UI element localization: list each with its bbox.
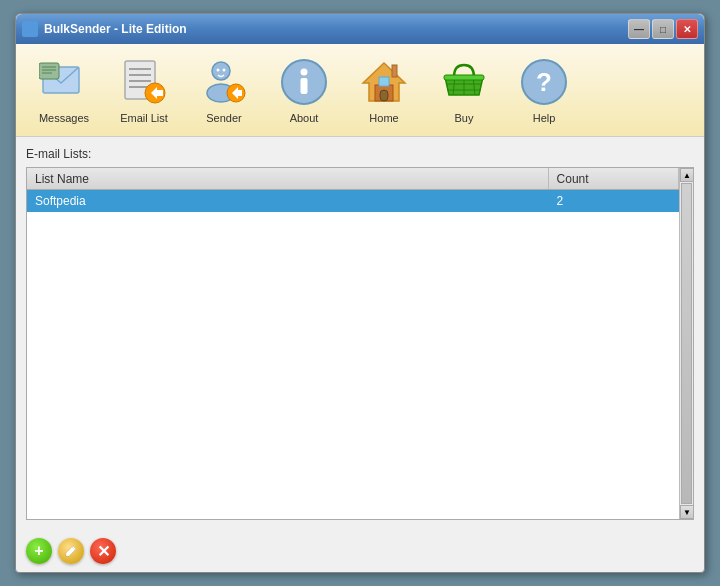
- about-icon: [278, 56, 330, 108]
- list-header: List Name Count: [27, 168, 679, 190]
- home-icon: [358, 56, 410, 108]
- email-lists-container: List Name Count Softpedia 2 ▲ ▼: [26, 167, 694, 520]
- svg-point-12: [212, 62, 230, 80]
- svg-rect-25: [380, 90, 388, 101]
- column-header-count: Count: [549, 168, 679, 189]
- list-inner: List Name Count Softpedia 2: [27, 168, 679, 212]
- title-controls: — □ ✕: [628, 19, 698, 39]
- sender-label: Sender: [206, 112, 241, 124]
- messages-icon: [38, 56, 90, 108]
- edit-icon: [64, 544, 78, 558]
- scrollbar-down[interactable]: ▼: [680, 505, 694, 519]
- title-bar-left: BulkSender - Lite Edition: [22, 21, 187, 37]
- add-button[interactable]: +: [26, 538, 52, 564]
- column-header-name: List Name: [27, 168, 549, 189]
- emaillist-label: Email List: [120, 112, 168, 124]
- scrollbar-up[interactable]: ▲: [680, 168, 694, 182]
- toolbar-messages[interactable]: Messages: [26, 52, 102, 128]
- buy-icon: [438, 56, 490, 108]
- cell-count: 2: [549, 190, 679, 212]
- bottom-toolbar: + ✕: [16, 530, 704, 572]
- edit-button[interactable]: [58, 538, 84, 564]
- home-label: Home: [369, 112, 398, 124]
- emaillist-icon: [118, 56, 170, 108]
- toolbar-buy[interactable]: Buy: [426, 52, 502, 128]
- about-label: About: [290, 112, 319, 124]
- main-window: BulkSender - Lite Edition — □ ✕: [15, 13, 705, 573]
- buy-label: Buy: [455, 112, 474, 124]
- messages-label: Messages: [39, 112, 89, 124]
- close-button[interactable]: ✕: [676, 19, 698, 39]
- svg-rect-24: [392, 65, 397, 77]
- toolbar-home[interactable]: Home: [346, 52, 422, 128]
- svg-text:?: ?: [536, 67, 552, 97]
- app-icon: [22, 21, 38, 37]
- toolbar-sender[interactable]: Sender: [186, 52, 262, 128]
- toolbar-about[interactable]: About: [266, 52, 342, 128]
- content-area: E-mail Lists: List Name Count Softpedia …: [16, 137, 704, 530]
- svg-rect-31: [444, 75, 484, 80]
- table-row[interactable]: Softpedia 2: [27, 190, 679, 212]
- delete-button[interactable]: ✕: [90, 538, 116, 564]
- toolbar-help[interactable]: ? Help: [506, 52, 582, 128]
- svg-rect-20: [301, 78, 308, 94]
- svg-rect-23: [379, 77, 389, 86]
- window-title: BulkSender - Lite Edition: [44, 22, 187, 36]
- help-icon: ?: [518, 56, 570, 108]
- toolbar-emaillist[interactable]: Email List: [106, 52, 182, 128]
- title-bar: BulkSender - Lite Edition — □ ✕: [16, 14, 704, 44]
- scrollbar[interactable]: ▲ ▼: [679, 168, 693, 519]
- svg-point-14: [217, 69, 220, 72]
- toolbar: Messages Email List: [16, 44, 704, 137]
- sender-icon: [198, 56, 250, 108]
- minimize-button[interactable]: —: [628, 19, 650, 39]
- maximize-button[interactable]: □: [652, 19, 674, 39]
- cell-name: Softpedia: [27, 190, 549, 212]
- scrollbar-thumb[interactable]: [681, 183, 692, 504]
- svg-rect-1: [39, 63, 59, 79]
- svg-point-19: [301, 69, 308, 76]
- svg-point-15: [223, 69, 226, 72]
- section-label: E-mail Lists:: [26, 147, 694, 161]
- help-label: Help: [533, 112, 556, 124]
